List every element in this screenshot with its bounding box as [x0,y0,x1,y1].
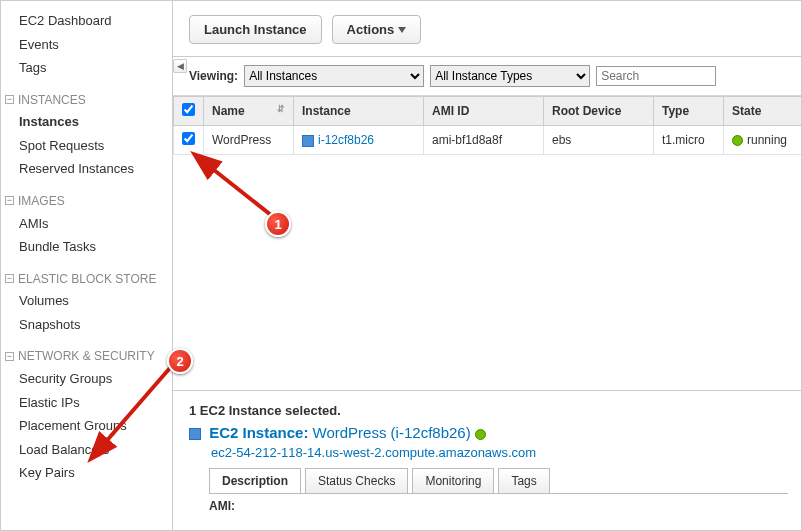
sidebar-item-elastic-ips[interactable]: Elastic IPs [5,391,172,415]
status-dot-running-icon [475,429,486,440]
table-row[interactable]: WordPress i-12cf8b26 ami-bf1d8a8f ebs t1… [174,126,803,155]
select-all-checkbox[interactable] [182,103,195,116]
detail-tabs: Description Status Checks Monitoring Tag… [209,468,788,493]
sidebar-top-list: EC2 Dashboard Events Tags −INSTANCES Ins… [5,9,172,485]
instances-table: Name⇵ Instance AMI ID Root Device Type S… [173,96,802,155]
tab-monitoring[interactable]: Monitoring [412,468,494,493]
sidebar-item-bundle-tasks[interactable]: Bundle Tasks [5,235,172,259]
collapse-icon: − [5,196,14,205]
header-name[interactable]: Name⇵ [204,97,294,126]
sidebar-item-placement-groups[interactable]: Placement Groups [5,414,172,438]
cell-root-device: ebs [544,126,654,155]
sidebar-item-events[interactable]: Events [5,33,172,57]
sidebar-header-images[interactable]: −IMAGES [5,181,172,212]
actions-button[interactable]: Actions [332,15,422,44]
tab-tags[interactable]: Tags [498,468,549,493]
launch-instance-button[interactable]: Launch Instance [189,15,322,44]
instance-icon [302,135,314,147]
tab-status-checks[interactable]: Status Checks [305,468,408,493]
tab-description[interactable]: Description [209,468,301,493]
sidebar-item-volumes[interactable]: Volumes [5,289,172,313]
sidebar-item-key-pairs[interactable]: Key Pairs [5,461,172,485]
sidebar-item-load-balancers[interactable]: Load Balancers [5,438,172,462]
sidebar: EC2 Dashboard Events Tags −INSTANCES Ins… [1,1,173,530]
search-input[interactable] [596,66,716,86]
status-dot-running-icon [732,135,743,146]
viewing-bar: Viewing: All Instances All Instance Type… [173,57,802,96]
sidebar-item-security-groups[interactable]: Security Groups [5,367,172,391]
header-type[interactable]: Type [654,97,724,126]
main-panel: Launch Instance Actions Viewing: All Ins… [173,1,802,530]
filter-instances-select[interactable]: All Instances [244,65,424,87]
header-instance[interactable]: Instance [294,97,424,126]
header-state[interactable]: State [724,97,803,126]
collapse-icon: − [5,95,14,104]
cell-type: t1.micro [654,126,724,155]
sort-icon: ⇵ [277,104,285,114]
cell-ami: ami-bf1d8a8f [424,126,544,155]
instance-icon [189,428,201,440]
sidebar-item-dashboard[interactable]: EC2 Dashboard [5,9,172,33]
cell-instance[interactable]: i-12cf8b26 [294,126,424,155]
cell-name: WordPress [204,126,294,155]
sidebar-item-instances[interactable]: Instances [5,110,172,134]
detail-dns[interactable]: ec2-54-212-118-14.us-west-2.compute.amaz… [211,445,788,460]
detail-panel: 1 EC2 Instance selected. EC2 Instance: W… [173,390,802,530]
filter-instance-types-select[interactable]: All Instance Types [430,65,590,87]
header-root-device[interactable]: Root Device [544,97,654,126]
selection-summary: 1 EC2 Instance selected. [189,403,788,418]
collapse-sidebar-handle[interactable]: ◀ [173,59,187,73]
tab-body: AMI: [209,493,788,513]
header-ami[interactable]: AMI ID [424,97,544,126]
chevron-down-icon [398,27,406,33]
sidebar-item-amis[interactable]: AMIs [5,212,172,236]
sidebar-header-network-security[interactable]: −NETWORK & SECURITY [5,336,172,367]
collapse-icon: − [5,352,14,361]
collapse-icon: − [5,274,14,283]
ami-label: AMI: [209,499,235,513]
cell-state: running [724,126,803,155]
sidebar-item-spot-requests[interactable]: Spot Requests [5,134,172,158]
row-checkbox[interactable] [182,132,195,145]
detail-title: EC2 Instance: WordPress (i-12cf8b26) [189,424,788,441]
viewing-label: Viewing: [189,69,238,83]
sidebar-header-instances[interactable]: −INSTANCES [5,80,172,111]
sidebar-item-snapshots[interactable]: Snapshots [5,313,172,337]
toolbar: Launch Instance Actions [173,1,802,57]
sidebar-item-reserved-instances[interactable]: Reserved Instances [5,157,172,181]
header-checkbox[interactable] [174,97,204,126]
sidebar-item-tags[interactable]: Tags [5,56,172,80]
sidebar-header-ebs[interactable]: −ELASTIC BLOCK STORE [5,259,172,290]
